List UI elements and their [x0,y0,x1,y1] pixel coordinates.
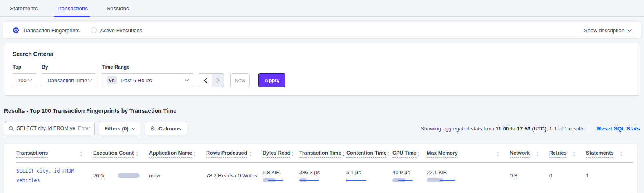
top-value: 100 [18,77,27,83]
cell-value: 386.3 µs [299,169,339,175]
column-header-bytes-read[interactable]: Bytes Read [263,150,299,158]
stats-prefix: Showing aggregated stats from [421,126,496,132]
by-select[interactable]: Transaction Time [42,73,96,87]
top-field: Top 100 [13,64,36,87]
next-time-button[interactable] [212,74,224,87]
transactions-table-card: Transactions Execution Count Application… [4,144,637,193]
reset-sql-stats-link[interactable]: Reset SQL Stats [597,126,640,132]
contention-time-bar-chart [346,178,375,182]
radio-active-executions[interactable]: Active Executions [91,27,143,34]
radio-unselected-icon [91,27,97,33]
chevron-right-icon [214,78,220,83]
show-description-toggle[interactable]: Show description [584,27,631,34]
sort-icon[interactable] [496,151,500,157]
chevron-left-icon [204,78,209,83]
bytes-read-bar-chart [263,178,291,182]
column-header-retries[interactable]: Retries [549,150,586,158]
tab-sessions[interactable]: Sessions [107,0,129,16]
column-header-rows-processed[interactable]: Rows Processed [206,150,263,158]
column-label: Transaction Time [299,150,341,158]
column-header-application-name[interactable]: Application Name [149,150,206,158]
cell-value: movr [149,173,161,179]
column-header-transaction-time[interactable]: Transaction Time [299,150,346,158]
tab-label: Statements [10,5,38,11]
chevron-down-icon [131,126,135,130]
table-cell-application-name: movr [149,173,206,179]
cell-value: 40.9 µs [392,169,419,175]
column-label: CPU Time [392,150,417,158]
radio-selected-icon [13,27,19,33]
sort-icon[interactable] [535,151,539,157]
column-label: Application Name [149,150,192,158]
table-cell-bytes-read: 5.8 KiB [263,169,299,182]
top-select[interactable]: 100 [13,73,36,87]
cell-value: 262k [93,173,105,179]
enter-hint: Enter [78,126,90,131]
table-header-row: Transactions Execution Count Application… [16,146,633,163]
cell-value: 78.2 Reads / 0 Writes [206,173,257,179]
search-box: Enter [4,122,95,135]
chevron-down-icon [88,78,92,82]
table-cell-contention-time: 5.1 µs [346,169,392,182]
column-label: Max Memory [427,150,458,158]
sort-icon[interactable] [290,151,294,157]
time-range-badge: 6h [107,76,117,84]
by-value: Transaction Time [47,77,87,83]
sort-icon[interactable] [135,151,139,157]
sort-icon[interactable] [341,151,345,157]
tab-transactions[interactable]: Transactions [56,0,88,16]
table-cell-network: 0 B [510,173,549,179]
sort-icon[interactable] [417,151,421,157]
search-criteria-card: Search Criteria Top 100 By Transaction T… [4,43,640,96]
by-field: By Transaction Time [42,64,96,87]
gear-icon: ⚙ [150,126,156,131]
apply-button[interactable]: Apply [258,73,285,87]
show-description-label: Show description [584,27,624,34]
table-row: SELECT city, id FROM vehicles 262k movr … [16,163,633,192]
sort-icon[interactable] [386,151,390,157]
columns-button[interactable]: ⚙ Columns [145,122,187,135]
sort-icon[interactable] [192,151,196,157]
table-cell-transaction: SELECT city, id FROM vehicles [16,166,93,185]
radio-transaction-fingerprints[interactable]: Transaction Fingerprints [13,27,80,34]
column-header-max-memory[interactable]: Max Memory [427,150,510,158]
cell-value: 22.1 KiB [427,169,502,175]
previous-time-button[interactable] [199,74,212,87]
chevron-down-icon [28,78,32,82]
cell-value: 1 [586,173,589,179]
results-toolbar: Enter Filters (0) ⚙ Columns Showing aggr… [4,122,640,135]
results-title: Results - Top 100 Transaction Fingerprin… [4,108,644,114]
filters-button[interactable]: Filters (0) [99,122,140,135]
column-header-transactions[interactable]: Transactions [16,150,93,158]
search-input[interactable] [17,126,75,131]
tab-label: Sessions [107,5,129,11]
time-range-label: Time Range [102,64,193,70]
column-header-contention-time[interactable]: Contention Time [346,150,392,158]
tab-statements[interactable]: Statements [10,0,38,16]
column-header-statements[interactable]: Statements [586,150,633,158]
now-button[interactable]: Now [230,73,250,87]
by-label: By [42,64,96,70]
table-cell-execution-count: 262k [93,173,149,179]
cell-value: 5.8 KiB [263,169,292,175]
table-cell-transaction-time: 386.3 µs [299,169,346,182]
table-cell-rows-processed: 78.2 Reads / 0 Writes [206,173,263,179]
sort-icon[interactable] [619,151,623,157]
sort-icon[interactable] [79,151,83,157]
column-header-network[interactable]: Network [510,150,549,158]
tab-label: Transactions [56,5,88,11]
table-cell-cpu-time: 40.9 µs [392,169,427,182]
column-label: Contention Time [346,150,386,158]
sort-icon[interactable] [249,151,253,157]
table-cell-max-memory: 22.1 KiB [427,169,510,182]
time-range-select[interactable]: 6h Past 6 Hours [102,73,193,87]
transaction-fingerprint-link[interactable]: SELECT city, id FROM vehicles [16,168,74,183]
column-label: Network [510,150,530,158]
column-header-cpu-time[interactable]: CPU Time [392,150,427,158]
sort-icon[interactable] [572,151,576,157]
column-label: Transactions [16,150,48,158]
execution-count-bar-chart [118,173,141,178]
search-icon [9,126,14,131]
column-header-execution-count[interactable]: Execution Count [93,150,149,158]
column-label: Retries [549,150,566,158]
